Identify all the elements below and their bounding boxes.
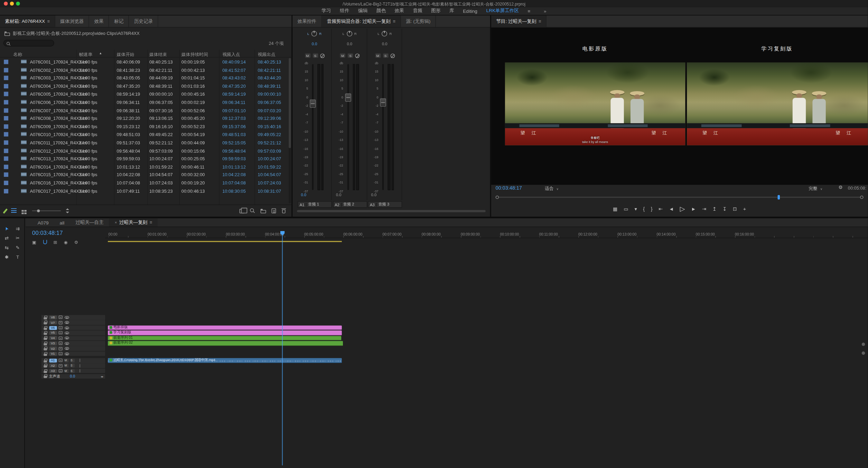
playback-resolution-select[interactable]: 完整∨	[809, 186, 822, 192]
clip-name[interactable]: A076C004_170924_R4XX.m	[30, 84, 87, 89]
track-target-chip[interactable]: V2	[49, 347, 57, 351]
track-target-chip[interactable]: V4	[49, 336, 57, 340]
mute-button[interactable]: M	[339, 53, 346, 58]
track-header[interactable]: V6	[41, 325, 105, 330]
program-scrubber[interactable]	[496, 195, 863, 199]
mixer-tab[interactable]: 音频剪辑混合器: 过昭关—复刻≡	[322, 16, 401, 27]
zoom-level-select[interactable]: 适合∨	[545, 186, 559, 192]
monitor-settings-icon[interactable]: ⚙	[839, 184, 843, 190]
insert-overwrite-icon[interactable]: ▣	[32, 240, 36, 245]
source-patch-icon[interactable]	[59, 347, 63, 350]
icon-view-icon[interactable]	[21, 210, 24, 212]
track-target-chip[interactable]: V5	[49, 331, 57, 335]
selection-tool[interactable]: ➤	[3, 225, 10, 232]
table-row[interactable]: A076C013_170924_R4XX.m24.00 fps09:59:59:…	[0, 155, 288, 163]
track-target-chip[interactable]: A1	[49, 359, 57, 362]
sort-ascending-icon[interactable]: ▲	[99, 51, 102, 55]
program-tab[interactable]: 节目: 过昭关—复刻≡	[491, 16, 547, 27]
source-patch-icon[interactable]	[59, 364, 63, 367]
source-patch-icon[interactable]	[59, 359, 63, 362]
label-color-swatch[interactable]	[4, 84, 8, 88]
mixer-scrollbar[interactable]	[297, 210, 486, 212]
lock-icon[interactable]	[44, 321, 47, 324]
clip-name[interactable]: A076C012_170924_R4XX.m	[30, 149, 87, 153]
clip-name[interactable]: A076C005_170924_R4XX.m	[30, 92, 87, 97]
track-volume-icon[interactable]	[80, 364, 80, 367]
track-mute-button[interactable]: M	[64, 359, 68, 362]
table-row[interactable]: A076C016_170924_R4XX.m24.00 fps10:07:04:…	[0, 179, 288, 187]
table-row[interactable]: A076C007_170924_R4XX.m24.00 fps09:06:38:…	[0, 106, 288, 114]
new-bin-icon[interactable]	[261, 209, 266, 213]
label-color-swatch[interactable]	[4, 108, 8, 113]
timeline-clip[interactable]: 学习复刻版	[108, 331, 342, 335]
table-row[interactable]: A076C011_170924_R4XX.m24.00 fps09:51:37:…	[0, 139, 288, 147]
comparison-view-button[interactable]: ▦	[613, 206, 618, 212]
mute-button[interactable]: M	[375, 53, 381, 58]
track-volume-icon[interactable]	[80, 369, 80, 373]
write-keyframes-icon[interactable]	[355, 53, 360, 58]
track-visibility-icon[interactable]	[64, 337, 69, 340]
track-target-chip[interactable]: V6	[49, 326, 57, 329]
source-patch-icon[interactable]	[59, 352, 63, 355]
source-patch-icon[interactable]	[59, 342, 63, 345]
workspace-tab[interactable]: 编辑	[358, 8, 367, 14]
label-color-swatch[interactable]	[4, 149, 8, 153]
label-color-swatch[interactable]	[4, 173, 8, 177]
column-header[interactable]: 媒体持续时间	[181, 51, 208, 58]
table-row[interactable]: A076C008_170924_R4XX.m24.00 fps09:12:20:…	[0, 115, 288, 123]
lift-button[interactable]: ↥	[712, 206, 717, 212]
project-tab[interactable]: 标记	[109, 16, 129, 27]
fx-badge-icon[interactable]	[109, 336, 112, 339]
type-tool[interactable]: T	[14, 253, 21, 261]
clip-name[interactable]: A076C008_170924_R4XX.m	[30, 116, 87, 121]
label-color-swatch[interactable]	[4, 164, 8, 169]
add-marker-button[interactable]: ▾	[635, 206, 637, 212]
table-header[interactable]: 名称帧速率▲媒体开始媒体结束媒体持续时间视频入点视频出点	[0, 50, 291, 57]
label-color-swatch[interactable]	[4, 140, 8, 145]
clip-name[interactable]: A076C002_170924_R4XX.m	[30, 68, 87, 73]
label-color-swatch[interactable]	[4, 76, 8, 80]
timeline-playhead[interactable]	[282, 231, 283, 465]
track-target-chip[interactable]: A3	[49, 369, 57, 373]
keyframe-nav-icon[interactable]: ◂▸	[101, 374, 103, 378]
volume-fader-track[interactable]	[382, 64, 384, 190]
lock-icon[interactable]	[44, 352, 47, 356]
table-row[interactable]: A076C009_170924_R4XX.m24.00 fps09:15:23:…	[0, 123, 288, 131]
label-color-swatch[interactable]	[4, 68, 8, 72]
export-frame-button[interactable]: ⊡	[733, 206, 737, 212]
project-tab[interactable]: 素材箱: A076R4XX≡	[0, 16, 55, 27]
workspace-tab-active[interactable]: LRK单屏工作区	[486, 8, 519, 14]
track-mute-button[interactable]: M	[64, 364, 68, 367]
track-target-chip[interactable]: V3	[49, 341, 57, 345]
track-visibility-icon[interactable]	[64, 326, 69, 329]
workspace-tab[interactable]: 图形	[431, 8, 440, 14]
pan-knob[interactable]	[382, 31, 387, 37]
mute-button[interactable]: M	[305, 53, 311, 58]
pan-knob[interactable]	[346, 31, 352, 37]
master-level-value[interactable]: 0.0	[70, 374, 75, 378]
workspace-tab[interactable]: 学习	[322, 8, 331, 14]
label-color-swatch[interactable]	[4, 100, 8, 105]
column-header[interactable]: 媒体结束	[149, 51, 167, 58]
column-header[interactable]: 媒体开始	[117, 51, 134, 58]
workspace-tab[interactable]: 颜色	[376, 8, 386, 14]
scrub-zoom-handle-right[interactable]	[860, 195, 864, 199]
volume-fader-handle[interactable]	[310, 99, 316, 108]
track-header[interactable]: V1	[41, 351, 105, 356]
mixer-tab[interactable]: 效果控件	[292, 16, 322, 27]
write-keyframes-icon[interactable]	[390, 53, 395, 58]
source-patch-icon[interactable]	[59, 369, 63, 373]
timeline-tracks-area[interactable]: 00:0000:01:00:0000:02:00:0000:03:00:0000…	[105, 218, 868, 468]
label-color-swatch[interactable]	[4, 156, 8, 161]
slip-tool[interactable]: ⇆	[3, 244, 10, 251]
track-solo-button[interactable]: S	[71, 359, 75, 362]
workspace-tab[interactable]: 音频	[413, 8, 422, 14]
scrub-zoom-handle-left[interactable]	[496, 195, 499, 199]
fx-badge-icon[interactable]	[109, 331, 112, 334]
volume-fader-handle[interactable]	[345, 93, 351, 102]
clip-name[interactable]: A076C007_170924_R4XX.m	[30, 108, 87, 113]
hand-tool[interactable]: ✱	[3, 253, 10, 261]
project-tab[interactable]: 效果	[89, 16, 109, 27]
clip-name[interactable]: A076C011_170924_R4XX.m	[30, 140, 86, 145]
track-visibility-icon[interactable]	[64, 321, 69, 324]
